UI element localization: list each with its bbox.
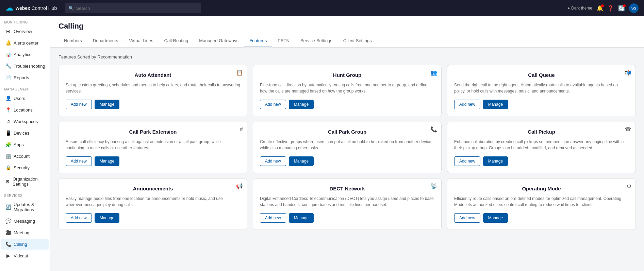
account-icon: 🏢 bbox=[5, 153, 11, 159]
sidebar-item-apps-label: Apps bbox=[14, 142, 24, 147]
sidebar-item-overview[interactable]: ⊞ Overview bbox=[1, 26, 49, 37]
sidebar-item-analytics[interactable]: 📊 Analytics bbox=[1, 49, 49, 60]
card-actions-dect-network: Add new Manage bbox=[260, 213, 434, 223]
sidebar-item-analytics-label: Analytics bbox=[14, 52, 31, 57]
sidebar-item-meeting-label: Meeting bbox=[14, 230, 29, 235]
tab-departments[interactable]: Departments bbox=[87, 35, 123, 47]
card-actions-auto-attendant: Add new Manage bbox=[66, 100, 240, 109]
sidebar-item-org-settings[interactable]: ⚙ Organization Settings bbox=[1, 174, 49, 189]
tab-call-routing[interactable]: Call Routing bbox=[159, 35, 194, 47]
sidebar-item-apps[interactable]: 🧩 Apps bbox=[1, 139, 49, 150]
help-icon[interactable]: ❓ bbox=[607, 5, 614, 12]
search-icon: 🔍 bbox=[68, 6, 74, 11]
sidebar-item-meeting[interactable]: 🎥 Meeting bbox=[1, 227, 49, 238]
manage-button-dect-network[interactable]: Manage bbox=[289, 213, 314, 223]
sidebar-item-messaging-label: Messaging bbox=[14, 219, 35, 224]
tab-client-settings[interactable]: Client Settings bbox=[338, 35, 377, 47]
tab-managed-gateways[interactable]: Managed Gateways bbox=[194, 35, 244, 47]
card-actions-announcements: Add new Manage bbox=[66, 213, 240, 223]
avatar[interactable]: SS bbox=[629, 3, 639, 13]
add-new-button-call-queue[interactable]: Add new bbox=[454, 100, 480, 109]
sidebar-item-workspaces-label: Workspaces bbox=[14, 119, 38, 124]
add-new-button-call-park-group[interactable]: Add new bbox=[260, 156, 286, 166]
content-body: Features Sorted by Recommendation 📋 Auto… bbox=[50, 48, 644, 237]
add-new-button-operating-mode[interactable]: Add new bbox=[454, 213, 480, 223]
tab-features[interactable]: Features bbox=[244, 35, 272, 47]
card-actions-operating-mode: Add new Manage bbox=[454, 213, 629, 223]
card-title-call-park-group: Call Park Group bbox=[260, 129, 434, 135]
content-header: Calling Numbers Departments Virtual Line… bbox=[50, 16, 644, 48]
card-desc-operating-mode: Efficiently route calls based on pre-def… bbox=[454, 196, 629, 208]
sidebar-item-workspaces[interactable]: 🖥 Workspaces bbox=[1, 116, 49, 127]
tab-numbers[interactable]: Numbers bbox=[59, 35, 87, 47]
updates-migrations-icon: 🔄 bbox=[5, 204, 11, 210]
tab-pstn[interactable]: PSTN bbox=[272, 35, 295, 47]
tab-service-settings[interactable]: Service Settings bbox=[295, 35, 338, 47]
sidebar-item-org-settings-label: Organization Settings bbox=[13, 176, 45, 187]
manage-button-call-park-extension[interactable]: Manage bbox=[95, 156, 119, 166]
add-new-button-call-pickup[interactable]: Add new bbox=[454, 156, 480, 166]
logo: ☁ webex Control Hub bbox=[5, 4, 57, 13]
card-desc-announcements: Easily manage audio files from one locat… bbox=[66, 196, 240, 208]
sidebar-item-alerts[interactable]: 🔔 Alerts center bbox=[1, 37, 49, 48]
sidebar-item-account[interactable]: 🏢 Account bbox=[1, 151, 49, 162]
manage-button-announcements[interactable]: Manage bbox=[95, 213, 119, 223]
card-icon-announcements: 📢 bbox=[236, 183, 243, 189]
features-grid: 📋 Auto Attendant Set up custom greetings… bbox=[59, 65, 636, 230]
add-new-button-announcements[interactable]: Add new bbox=[66, 213, 92, 223]
sidebar-item-account-label: Account bbox=[14, 154, 30, 159]
meeting-icon: 🎥 bbox=[5, 230, 11, 235]
card-desc-call-park-extension: Ensure call efficiency by parking a call… bbox=[66, 139, 240, 151]
sidebar-item-security[interactable]: 🔒 Security bbox=[1, 162, 49, 173]
card-call-pickup: ☎ Call Pickup Enhance collaboration by c… bbox=[447, 122, 636, 173]
card-dect-network: 📡 DECT Network Digital Enhanced Cordless… bbox=[253, 179, 442, 230]
features-section-label: Features Sorted by Recommendation bbox=[59, 54, 636, 60]
sidebar-item-locations[interactable]: 📍 Locations bbox=[1, 104, 49, 115]
sidebar-item-reports[interactable]: 📄 Reports bbox=[1, 72, 49, 83]
tab-virtual-lines[interactable]: Virtual Lines bbox=[123, 35, 159, 47]
card-desc-dect-network: Digital Enhanced Cordless Telecommunicat… bbox=[260, 196, 434, 208]
add-new-button-call-park-extension[interactable]: Add new bbox=[66, 156, 92, 166]
sidebar-item-calling-label: Calling bbox=[14, 242, 27, 247]
card-call-park-group: 📞 Call Park Group Create effective group… bbox=[253, 122, 442, 173]
org-settings-icon: ⚙ bbox=[5, 179, 10, 184]
card-title-auto-attendant: Auto Attendant bbox=[66, 72, 240, 78]
sidebar-item-calling[interactable]: 📞 Calling bbox=[1, 239, 49, 250]
sidebar-item-messaging[interactable]: 💬 Messaging bbox=[1, 216, 49, 226]
sidebar-item-overview-label: Overview bbox=[14, 29, 32, 34]
card-actions-call-queue: Add new Manage bbox=[454, 100, 629, 109]
sidebar-item-reports-label: Reports bbox=[14, 75, 29, 80]
sidebar-item-security-label: Security bbox=[14, 165, 30, 170]
card-icon-operating-mode: ⚙ bbox=[627, 183, 631, 189]
manage-button-hunt-group[interactable]: Manage bbox=[289, 100, 314, 109]
add-new-button-auto-attendant[interactable]: Add new bbox=[66, 100, 92, 109]
sidebar-item-updates[interactable]: 🔄 Updates & Migrations bbox=[1, 199, 49, 215]
sidebar-item-troubleshooting-label: Troubleshooting bbox=[14, 64, 45, 69]
add-new-button-hunt-group[interactable]: Add new bbox=[260, 100, 286, 109]
manage-button-call-park-group[interactable]: Manage bbox=[289, 156, 314, 166]
sidebar-item-devices[interactable]: 📱 Devices bbox=[1, 128, 49, 138]
notifications-icon[interactable]: 🔔 bbox=[596, 5, 603, 12]
sidebar-services-label: SERVICES bbox=[0, 190, 50, 199]
card-announcements: 📢 Announcements Easily manage audio file… bbox=[59, 179, 247, 230]
card-icon-call-park-extension: # bbox=[240, 126, 243, 132]
card-title-announcements: Announcements bbox=[66, 186, 240, 191]
sidebar-item-updates-label: Updates & Migrations bbox=[14, 202, 45, 212]
manage-button-call-pickup[interactable]: Manage bbox=[483, 156, 508, 166]
card-desc-hunt-group: Fine-tune call direction by automaticall… bbox=[260, 82, 434, 94]
analytics-icon: 📊 bbox=[5, 52, 11, 57]
search-input[interactable] bbox=[76, 6, 198, 11]
card-call-park-extension: # Call Park Extension Ensure call effici… bbox=[59, 122, 247, 173]
sidebar-item-users[interactable]: 👤 Users bbox=[1, 93, 49, 104]
updates-icon[interactable]: 🔄 bbox=[618, 5, 625, 12]
dark-theme-toggle[interactable]: ● Dark theme bbox=[567, 6, 592, 11]
sidebar-item-vidcast[interactable]: ▶ Vidcast bbox=[1, 250, 49, 261]
manage-button-auto-attendant[interactable]: Manage bbox=[95, 100, 119, 109]
card-title-call-pickup: Call Pickup bbox=[454, 129, 629, 135]
search-bar[interactable]: 🔍 bbox=[65, 3, 201, 13]
manage-button-call-queue[interactable]: Manage bbox=[483, 100, 508, 109]
users-icon: 👤 bbox=[5, 96, 11, 101]
sidebar-item-troubleshooting[interactable]: 🔧 Troubleshooting bbox=[1, 61, 49, 71]
manage-button-operating-mode[interactable]: Manage bbox=[483, 213, 508, 223]
add-new-button-dect-network[interactable]: Add new bbox=[260, 213, 286, 223]
